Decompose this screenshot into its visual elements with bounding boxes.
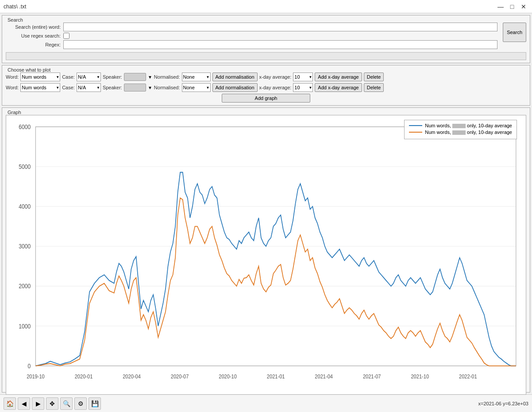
speaker-arrow-2: ▼ xyxy=(148,85,152,90)
main-content: Search Search (entire) word: Use regex s… xyxy=(0,13,532,394)
svg-text:2022-01: 2022-01 xyxy=(459,373,477,380)
window-controls: — □ ✕ xyxy=(496,3,528,11)
delete-button-2[interactable]: Delete xyxy=(364,83,384,92)
legend-line-1 xyxy=(409,125,422,126)
plot-case-select-2[interactable]: N/A xyxy=(77,83,101,92)
svg-text:2000: 2000 xyxy=(19,283,31,290)
svg-text:2021-04: 2021-04 xyxy=(315,373,333,380)
zoom-icon: 🔍 xyxy=(63,400,70,407)
add-norm-button-1[interactable]: Add normalisation xyxy=(212,72,258,81)
plot-xday-select-2[interactable]: 10 xyxy=(293,83,313,92)
plot-word-select-1[interactable]: Num words xyxy=(20,72,60,81)
plot-section: Choose what to plot Word: Num words ▼ Ca… xyxy=(2,65,530,106)
speaker-arrow-1: ▼ xyxy=(148,75,152,80)
legend-label-2: Num words, only, 10-day average xyxy=(425,130,512,135)
legend-label-1: Num words, only, 10-day average xyxy=(425,123,512,128)
chart-container: 0 1000 2000 3000 4000 5000 6000 2019-10 … xyxy=(6,115,526,394)
search-section: Search Search (entire) word: Use regex s… xyxy=(2,15,530,63)
add-norm-button-2[interactable]: Add normalisation xyxy=(212,83,258,92)
plot-case-select-1[interactable]: N/A xyxy=(77,72,101,81)
plot-speaker-display-1 xyxy=(124,73,146,81)
minimize-button[interactable]: — xyxy=(496,3,505,11)
search-regex-label: Use regex search: xyxy=(6,33,63,38)
svg-text:2021-10: 2021-10 xyxy=(411,373,429,380)
pan-icon: ✥ xyxy=(50,400,55,407)
regex-label: Regex: xyxy=(6,42,63,47)
plot-legend: Choose what to plot xyxy=(6,67,526,72)
svg-text:0: 0 xyxy=(28,362,31,370)
legend-item-2: Num words, only, 10-day average xyxy=(409,130,512,135)
plot-word-select-wrap-2: Num words ▼ xyxy=(20,83,60,92)
titlebar: chats\ .txt — □ ✕ xyxy=(0,0,532,13)
close-button[interactable]: ✕ xyxy=(519,3,528,11)
graph-canvas: 0 1000 2000 3000 4000 5000 6000 2019-10 … xyxy=(6,115,526,395)
search-button-wrap: Search xyxy=(503,23,526,50)
plot-word-label-1: Word: xyxy=(6,74,19,80)
regex-input[interactable] xyxy=(63,40,497,49)
pan-button[interactable]: ✥ xyxy=(46,397,58,410)
legend-line-2 xyxy=(409,132,422,133)
plot-row-2: Word: Num words ▼ Case: N/A ▼ Speaker: ▼… xyxy=(6,83,526,92)
save-button[interactable]: 💾 xyxy=(89,397,101,410)
svg-text:2019-10: 2019-10 xyxy=(27,373,45,380)
svg-text:2021-07: 2021-07 xyxy=(363,373,381,380)
home-icon: 🏠 xyxy=(6,400,14,407)
search-regex-row: Use regex search: xyxy=(6,33,497,39)
plot-word-select-wrap-1: Num words ▼ xyxy=(20,72,60,81)
window-title: chats\ .txt xyxy=(4,4,26,10)
plot-norm-select-2[interactable]: None xyxy=(182,83,211,92)
add-xday-button-2[interactable]: Add x-day average xyxy=(315,83,362,92)
toolbar: 🏠 ◀ ▶ ✥ 🔍 ⚙ 💾 x=2021-06 y=6.23e+03 xyxy=(0,394,532,412)
settings-button[interactable]: ⚙ xyxy=(74,397,87,410)
plot-case-select-wrap-2: N/A ▼ xyxy=(77,83,101,92)
plot-row-1: Word: Num words ▼ Case: N/A ▼ Speaker: ▼… xyxy=(6,72,526,81)
plot-word-select-2[interactable]: Num words xyxy=(20,83,60,92)
chart-svg: 0 1000 2000 3000 4000 5000 6000 2019-10 … xyxy=(6,115,526,394)
svg-text:5000: 5000 xyxy=(19,163,31,170)
plot-word-label-2: Word: xyxy=(6,85,19,90)
plot-norm-select-wrap-1: None ▼ xyxy=(182,72,211,81)
svg-text:2020-01: 2020-01 xyxy=(75,373,93,380)
svg-text:6000: 6000 xyxy=(19,123,31,130)
plot-xday-label-2: x-day average: xyxy=(259,85,292,90)
plot-norm-label-1: Normalised: xyxy=(154,74,180,80)
search-word-row: Search (entire) word: xyxy=(6,23,497,31)
plot-xday-select-1[interactable]: 10 xyxy=(293,72,313,81)
plot-speaker-display-2 xyxy=(124,84,146,92)
forward-button[interactable]: ▶ xyxy=(32,397,44,410)
maximize-button[interactable]: □ xyxy=(507,3,517,11)
add-xday-button-1[interactable]: Add x-day average xyxy=(315,72,362,81)
regex-input-row: Regex: xyxy=(6,40,497,49)
toolbar-left: 🏠 ◀ ▶ ✥ 🔍 ⚙ 💾 xyxy=(4,397,101,410)
delete-button-1[interactable]: Delete xyxy=(364,72,384,81)
search-word-label: Search (entire) word: xyxy=(6,24,63,30)
search-regex-checkbox[interactable] xyxy=(63,33,69,39)
zoom-button[interactable]: 🔍 xyxy=(60,397,73,410)
back-button[interactable]: ◀ xyxy=(18,397,30,410)
plot-speaker-arrow-wrap-1: ▼ xyxy=(148,75,152,80)
home-button[interactable]: 🏠 xyxy=(4,397,16,410)
plot-speaker-arrow-wrap-2: ▼ xyxy=(148,85,152,90)
plot-case-label-2: Case: xyxy=(62,85,75,90)
plot-norm-label-2: Normalised: xyxy=(154,85,180,90)
svg-text:2020-07: 2020-07 xyxy=(171,373,189,380)
save-icon: 💾 xyxy=(91,400,99,407)
back-icon: ◀ xyxy=(22,400,27,407)
plot-xday-label-1: x-day average: xyxy=(259,74,292,80)
add-graph-row: Add graph xyxy=(6,94,526,103)
svg-text:4000: 4000 xyxy=(19,203,31,210)
search-word-input[interactable] xyxy=(63,23,497,31)
plot-speaker-label-1: Speaker: xyxy=(103,74,122,80)
settings-icon: ⚙ xyxy=(78,400,84,407)
plot-xday-select-wrap-2: 10 ▼ xyxy=(293,83,313,92)
graph-section: Graph 0 1000 2000 3000 4000 xyxy=(2,107,530,393)
toolbar-status: x=2021-06 y=6.23e+03 xyxy=(478,401,528,406)
forward-icon: ▶ xyxy=(36,400,41,407)
add-graph-button[interactable]: Add graph xyxy=(222,94,310,103)
graph-legend: Graph xyxy=(6,110,526,115)
legend-item-1: Num words, only, 10-day average xyxy=(409,123,512,128)
plot-xday-select-wrap-1: 10 ▼ xyxy=(293,72,313,81)
chart-legend: Num words, only, 10-day average Num word… xyxy=(404,120,517,139)
plot-norm-select-1[interactable]: None xyxy=(182,72,211,81)
search-button[interactable]: Search xyxy=(503,23,526,42)
